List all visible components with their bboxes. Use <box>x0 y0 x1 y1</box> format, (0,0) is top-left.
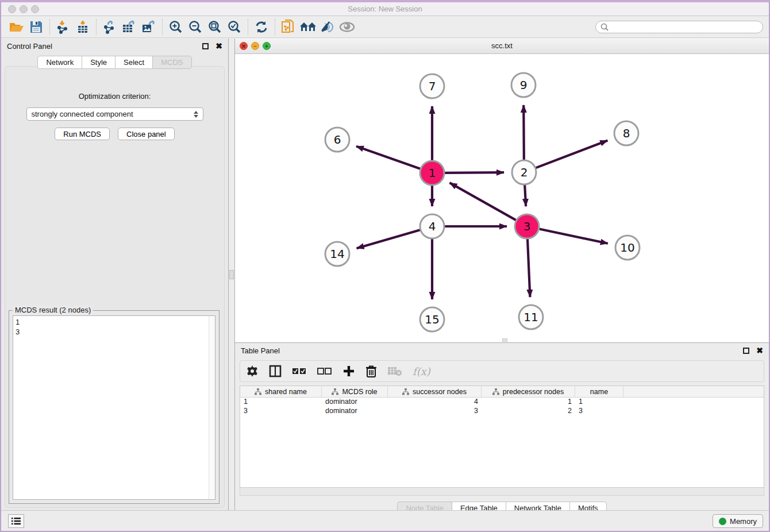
table-row[interactable]: 1 dominator 4 1 1 <box>240 398 764 407</box>
edge-3-10[interactable] <box>540 229 608 244</box>
export-network-icon <box>103 20 117 34</box>
run-mcds-button[interactable]: Run MCDS <box>55 128 110 140</box>
graph-node-label-7: 7 <box>429 79 436 93</box>
table-panel-float-button[interactable] <box>743 348 749 354</box>
table-horizontal-scrollbar[interactable] <box>240 488 764 496</box>
main-toolbar <box>1 17 769 38</box>
optimization-criterion-select[interactable]: strongly connected component <box>26 107 203 121</box>
export-network-button[interactable] <box>100 18 120 36</box>
search-input[interactable] <box>612 23 758 31</box>
column-header-predecessor-nodes[interactable]: predecessor nodes <box>482 386 575 397</box>
export-image-button[interactable] <box>139 18 159 36</box>
edge-3-11[interactable] <box>528 239 530 297</box>
show-task-history-button[interactable] <box>8 514 24 528</box>
mcds-result-text[interactable]: 1 3 <box>13 315 215 500</box>
open-folder-icon <box>9 21 24 33</box>
column-header-name[interactable]: name <box>575 386 623 397</box>
graph-node-label-10: 10 <box>620 241 634 255</box>
save-session-button[interactable] <box>26 18 46 36</box>
table-options-gear-icon[interactable] <box>246 365 259 377</box>
home-layout-button[interactable] <box>298 18 318 36</box>
column-header-mcds-role[interactable]: MCDS role <box>322 386 388 397</box>
toolbar-separator <box>275 19 275 35</box>
selected-criterion: strongly connected component <box>32 110 194 118</box>
column-header-shared-name[interactable]: shared name <box>240 386 322 397</box>
import-table-button[interactable] <box>73 18 93 36</box>
edge-2-9[interactable] <box>523 105 524 160</box>
control-panel-title: Control Panel <box>7 42 202 51</box>
cell-predecessor-nodes: 2 <box>482 407 575 416</box>
toolbar-separator <box>162 19 163 35</box>
control-panel-float-button[interactable] <box>202 43 209 49</box>
status-bar: Memory <box>1 510 769 531</box>
network-graph: 7968124314101511 <box>235 54 770 341</box>
toolbar-separator <box>248 19 248 35</box>
control-panel: Control Panel ✖ Network Style Select MCD… <box>1 38 229 510</box>
node-table: shared name MCDS role successor nodes pr… <box>240 385 764 488</box>
result-scrollbar[interactable] <box>209 316 215 499</box>
open-session-button[interactable] <box>7 18 26 36</box>
clone-network-icon <box>281 20 296 34</box>
toolbar-separator <box>49 19 50 35</box>
splitter-grip[interactable] <box>229 270 234 279</box>
edge-2-8[interactable] <box>536 140 608 168</box>
show-columns-icon[interactable] <box>269 365 282 377</box>
zoom-selected-button[interactable] <box>225 18 244 36</box>
graph-node-label-9: 9 <box>520 78 528 92</box>
function-builder-icon[interactable]: f(x) <box>413 365 430 377</box>
network-canvas[interactable]: 7968124314101511 <box>235 54 769 342</box>
table-row[interactable]: 3 dominator 3 2 3 <box>240 407 764 416</box>
tab-mcds[interactable]: MCDS <box>152 56 191 69</box>
select-all-icon[interactable] <box>292 367 307 376</box>
export-image-icon <box>141 20 156 34</box>
zoom-fit-button[interactable] <box>205 18 225 36</box>
delete-table-icon[interactable] <box>387 365 402 377</box>
column-header-successor-nodes[interactable]: successor nodes <box>388 386 482 397</box>
deselect-all-icon[interactable] <box>317 367 332 376</box>
add-row-plus-icon[interactable] <box>342 365 355 377</box>
refresh-button[interactable] <box>252 18 271 36</box>
cell-mcds-role: dominator <box>322 398 388 407</box>
hide-details-eye-slash-icon <box>320 21 335 33</box>
graph-node-label-2: 2 <box>521 165 528 179</box>
cell-successor-nodes: 3 <box>388 407 482 416</box>
tree-icon <box>402 388 409 395</box>
network-view-window: ✕ − + scc.txt 7968124314101511 <box>234 38 769 342</box>
cell-shared-name: 1 <box>240 398 322 407</box>
delete-row-trash-icon[interactable] <box>365 365 377 377</box>
search-box[interactable] <box>595 21 763 33</box>
edge-1-6[interactable] <box>356 147 420 169</box>
table-panel: Table Panel ✖ f(x) shared name MCDS role… <box>234 342 769 510</box>
edge-1-2[interactable] <box>445 172 504 173</box>
close-panel-button[interactable]: Close panel <box>118 128 175 140</box>
edge-3-1[interactable] <box>449 183 515 220</box>
export-table-button[interactable] <box>120 18 139 36</box>
zoom-in-button[interactable] <box>166 18 186 36</box>
cell-name: 1 <box>575 398 623 407</box>
edge-2-3[interactable] <box>525 185 526 206</box>
tab-select[interactable]: Select <box>115 56 152 69</box>
control-panel-tabs: Network Style Select MCDS <box>1 56 228 69</box>
hide-graphics-details-button[interactable] <box>318 18 337 36</box>
canvas-splitter-grip[interactable] <box>502 338 507 342</box>
zoom-out-button[interactable] <box>186 18 205 36</box>
edge-4-14[interactable] <box>357 230 420 248</box>
zoom-in-icon <box>169 20 183 34</box>
export-table-icon <box>122 20 137 34</box>
clone-network-button[interactable] <box>279 18 298 36</box>
import-network-button[interactable] <box>53 18 73 36</box>
table-panel-header: Table Panel ✖ <box>235 343 769 358</box>
mcds-result-group: MCDS result (2 nodes) 1 3 <box>9 310 220 504</box>
two-homes-icon <box>299 21 317 33</box>
show-graphics-details-button[interactable] <box>337 18 357 36</box>
control-panel-close-button[interactable]: ✖ <box>215 43 222 49</box>
graph-node-label-6: 6 <box>334 133 341 147</box>
table-toolbar: f(x) <box>240 360 764 382</box>
tab-style[interactable]: Style <box>82 56 115 69</box>
table-panel-close-button[interactable]: ✖ <box>756 348 763 354</box>
zoom-out-icon <box>188 20 202 34</box>
optimization-criterion-label: Optimization criterion: <box>5 92 224 101</box>
import-table-icon <box>76 20 90 34</box>
memory-button[interactable]: Memory <box>713 514 763 528</box>
tab-network[interactable]: Network <box>37 56 82 69</box>
